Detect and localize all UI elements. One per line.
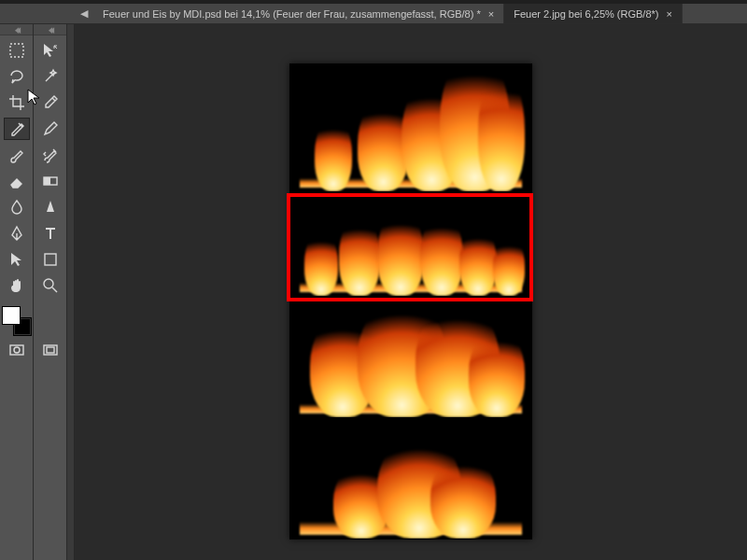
tools-panel-drag-handle-2[interactable]: [34, 24, 66, 35]
tools-panel-col1: [0, 24, 34, 560]
path-select-tool[interactable]: [4, 248, 30, 271]
eyedropper-tool[interactable]: [37, 91, 63, 114]
tab-scroll-left[interactable]: ◀: [75, 4, 93, 23]
canvas-area[interactable]: [75, 24, 747, 560]
tools-panel-drag-handle[interactable]: [0, 24, 33, 35]
lasso-tool[interactable]: [4, 65, 30, 88]
magic-wand-tool[interactable]: [37, 65, 63, 88]
foreground-color-swatch[interactable]: [2, 306, 21, 325]
document-tab-bar: ◀ Feuer und Eis by MDI.psd bei 14,1% (Fe…: [0, 4, 747, 24]
flame-row-4: [290, 417, 531, 539]
sharpen-tool[interactable]: [37, 196, 63, 218]
color-swatches[interactable]: [2, 306, 32, 336]
document-tab-1[interactable]: Feuer und Eis by MDI.psd bei 14,1% (Feue…: [93, 4, 504, 23]
flame-row-3: [290, 296, 531, 417]
tools-panel-col2: [34, 24, 67, 560]
flame-row-1: [290, 64, 531, 191]
shape-tool[interactable]: [37, 248, 63, 271]
svg-rect-8: [47, 347, 54, 353]
svg-point-2: [14, 347, 20, 353]
image-document[interactable]: [289, 63, 532, 539]
blur-tool[interactable]: [4, 196, 30, 218]
healing-brush-tool[interactable]: [4, 118, 30, 140]
document-tab-1-label: Feuer und Eis by MDI.psd bei 14,1% (Feue…: [103, 8, 481, 20]
move-tool[interactable]: [37, 39, 63, 62]
svg-point-6: [44, 279, 53, 288]
eraser-tool[interactable]: [4, 170, 30, 192]
svg-rect-4: [44, 177, 50, 185]
zoom-tool[interactable]: [37, 274, 63, 297]
pen-tool[interactable]: [4, 222, 30, 245]
panel-gutter: [67, 24, 75, 560]
type-tool[interactable]: [37, 222, 63, 245]
gradient-tool[interactable]: [37, 170, 63, 192]
marquee-tool[interactable]: [4, 39, 30, 62]
document-tab-2[interactable]: Feuer 2.jpg bei 6,25% (RGB/8*) ×: [504, 4, 683, 23]
brush-tool[interactable]: [4, 144, 30, 166]
hand-tool[interactable]: [4, 274, 30, 297]
close-icon[interactable]: ×: [666, 8, 671, 20]
quick-mask-toggle[interactable]: [8, 343, 25, 357]
pencil-tool[interactable]: [37, 118, 63, 140]
screen-mode-toggle[interactable]: [42, 343, 59, 357]
flame-row-2: [290, 191, 531, 296]
svg-rect-0: [10, 44, 23, 57]
svg-rect-5: [45, 254, 56, 265]
history-brush-tool[interactable]: [37, 144, 63, 166]
close-icon[interactable]: ×: [488, 8, 494, 20]
crop-tool[interactable]: [4, 91, 30, 114]
workspace: [0, 24, 747, 560]
document-tab-2-label: Feuer 2.jpg bei 6,25% (RGB/8*): [514, 8, 658, 20]
